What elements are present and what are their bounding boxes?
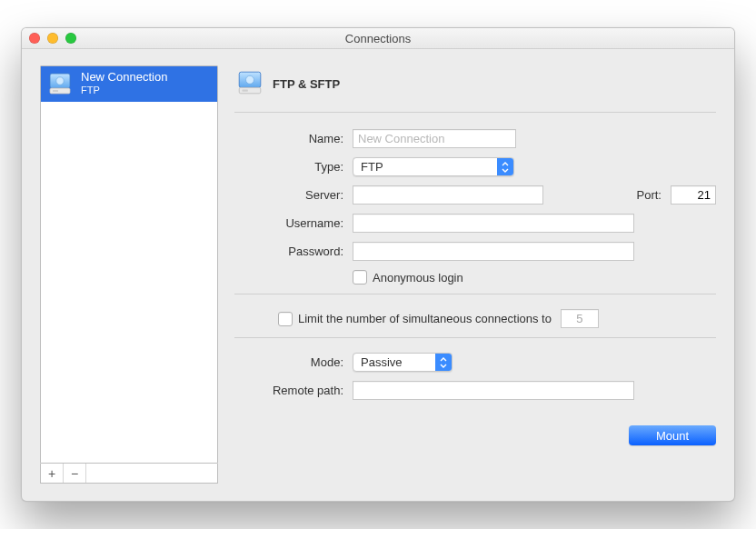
mode-select[interactable]: Passive — [353, 353, 453, 372]
sidebar-footer: + − — [40, 464, 218, 484]
divider — [234, 294, 716, 294]
port-label: Port: — [637, 188, 662, 202]
type-value: FTP — [353, 160, 403, 174]
traffic-lights — [22, 33, 76, 44]
sidebar: New Connection FTP + − — [40, 65, 218, 484]
limit-checkbox[interactable]: Limit the number of simultaneous connect… — [278, 312, 552, 326]
remove-button[interactable]: − — [64, 464, 86, 483]
checkbox-icon — [278, 312, 293, 326]
add-button[interactable]: + — [41, 464, 64, 483]
network-drive-icon — [236, 69, 264, 99]
detail-panel: FTP & SFTP Name: Type: FTP — [234, 65, 716, 484]
connections-list[interactable]: New Connection FTP — [40, 65, 218, 464]
name-field[interactable] — [353, 129, 516, 148]
list-item-subtitle: FTP — [81, 85, 167, 96]
anonymous-checkbox[interactable]: Anonymous login — [353, 270, 463, 284]
close-icon[interactable] — [29, 33, 40, 44]
password-label: Password: — [234, 245, 353, 258]
chevron-up-down-icon — [497, 158, 513, 175]
form-footer: Mount — [234, 409, 716, 445]
divider — [234, 337, 716, 338]
svg-point-1 — [56, 77, 64, 85]
list-item[interactable]: New Connection FTP — [41, 66, 217, 102]
network-drive-icon — [46, 70, 74, 97]
window-title: Connections — [22, 32, 734, 45]
svg-rect-7 — [242, 90, 247, 92]
minimize-icon[interactable] — [47, 33, 58, 44]
limit-label: Limit the number of simultaneous connect… — [298, 312, 552, 325]
name-label: Name: — [234, 132, 353, 145]
svg-rect-3 — [53, 90, 58, 92]
mode-label: Mode: — [234, 355, 353, 369]
window-body: New Connection FTP + − — [22, 49, 734, 502]
anonymous-label: Anonymous login — [373, 271, 463, 284]
checkbox-icon — [353, 270, 367, 284]
server-label: Server: — [234, 188, 353, 202]
connections-window: Connections — [21, 27, 735, 502]
username-label: Username: — [234, 216, 353, 230]
mode-value: Passive — [353, 355, 423, 369]
type-select[interactable]: FTP — [353, 157, 514, 176]
mount-button[interactable]: Mount — [629, 425, 716, 445]
svg-point-5 — [246, 75, 254, 84]
sidebar-footer-spacer — [86, 464, 217, 483]
password-field[interactable] — [353, 242, 634, 261]
panel-header: FTP & SFTP — [234, 65, 716, 113]
remote-path-label: Remote path: — [234, 384, 353, 397]
zoom-icon[interactable] — [65, 33, 76, 44]
titlebar: Connections — [22, 28, 734, 49]
panel-title: FTP & SFTP — [273, 77, 340, 91]
remote-path-field[interactable] — [353, 381, 634, 400]
connection-form: Name: Type: FTP — [234, 113, 716, 445]
username-field[interactable] — [353, 214, 634, 233]
server-field[interactable] — [353, 185, 543, 205]
type-label: Type: — [234, 160, 353, 174]
list-item-name: New Connection — [81, 71, 167, 85]
list-item-text: New Connection FTP — [81, 71, 167, 96]
chevron-up-down-icon — [435, 354, 452, 371]
limit-field[interactable] — [561, 309, 599, 328]
port-field[interactable] — [671, 185, 716, 205]
